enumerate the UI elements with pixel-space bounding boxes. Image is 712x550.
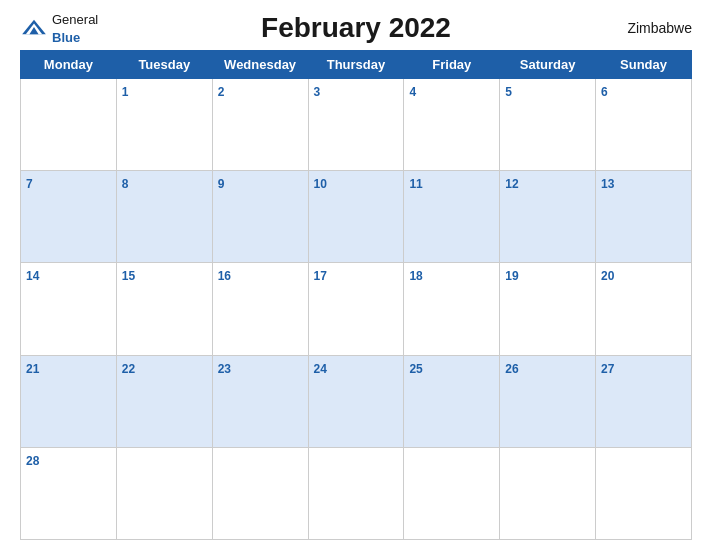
calendar-table: Monday Tuesday Wednesday Thursday Friday…	[20, 50, 692, 540]
day-cell-9: 9	[212, 171, 308, 263]
calendar-week-row: 28	[21, 447, 692, 539]
day-cell-25: 25	[404, 355, 500, 447]
day-number-21: 21	[26, 362, 39, 376]
day-cell-13: 13	[596, 171, 692, 263]
logo-blue-text: Blue	[52, 30, 80, 45]
day-number-19: 19	[505, 269, 518, 283]
day-cell-19: 19	[500, 263, 596, 355]
day-cell-10: 10	[308, 171, 404, 263]
day-number-18: 18	[409, 269, 422, 283]
day-number-23: 23	[218, 362, 231, 376]
calendar-week-row: 123456	[21, 79, 692, 171]
day-number-25: 25	[409, 362, 422, 376]
empty-day-cell	[404, 447, 500, 539]
day-cell-24: 24	[308, 355, 404, 447]
calendar-week-row: 78910111213	[21, 171, 692, 263]
day-number-12: 12	[505, 177, 518, 191]
day-cell-20: 20	[596, 263, 692, 355]
day-number-20: 20	[601, 269, 614, 283]
day-cell-8: 8	[116, 171, 212, 263]
col-saturday: Saturday	[500, 51, 596, 79]
day-number-2: 2	[218, 85, 225, 99]
page-header: General Blue February 2022 Zimbabwe	[20, 10, 692, 46]
day-cell-5: 5	[500, 79, 596, 171]
day-number-7: 7	[26, 177, 33, 191]
day-cell-21: 21	[21, 355, 117, 447]
day-cell-15: 15	[116, 263, 212, 355]
day-cell-18: 18	[404, 263, 500, 355]
country-label: Zimbabwe	[592, 20, 692, 36]
day-cell-3: 3	[308, 79, 404, 171]
calendar-week-row: 14151617181920	[21, 263, 692, 355]
col-wednesday: Wednesday	[212, 51, 308, 79]
day-number-16: 16	[218, 269, 231, 283]
day-number-8: 8	[122, 177, 129, 191]
day-number-9: 9	[218, 177, 225, 191]
day-cell-22: 22	[116, 355, 212, 447]
empty-day-cell	[500, 447, 596, 539]
day-cell-1: 1	[116, 79, 212, 171]
day-cell-16: 16	[212, 263, 308, 355]
day-cell-17: 17	[308, 263, 404, 355]
day-cell-26: 26	[500, 355, 596, 447]
empty-day-cell	[212, 447, 308, 539]
day-number-28: 28	[26, 454, 39, 468]
day-cell-11: 11	[404, 171, 500, 263]
day-number-13: 13	[601, 177, 614, 191]
day-number-5: 5	[505, 85, 512, 99]
col-monday: Monday	[21, 51, 117, 79]
day-cell-2: 2	[212, 79, 308, 171]
day-number-10: 10	[314, 177, 327, 191]
day-number-17: 17	[314, 269, 327, 283]
col-thursday: Thursday	[308, 51, 404, 79]
calendar-title: February 2022	[261, 12, 451, 44]
empty-day-cell	[596, 447, 692, 539]
day-number-24: 24	[314, 362, 327, 376]
day-number-26: 26	[505, 362, 518, 376]
calendar-header-row: Monday Tuesday Wednesday Thursday Friday…	[21, 51, 692, 79]
day-number-6: 6	[601, 85, 608, 99]
day-number-14: 14	[26, 269, 39, 283]
general-blue-logo-icon	[20, 18, 48, 38]
logo-area: General Blue	[20, 10, 120, 46]
day-number-1: 1	[122, 85, 129, 99]
day-number-22: 22	[122, 362, 135, 376]
day-cell-23: 23	[212, 355, 308, 447]
calendar-week-row: 21222324252627	[21, 355, 692, 447]
empty-day-cell	[308, 447, 404, 539]
day-number-27: 27	[601, 362, 614, 376]
day-number-11: 11	[409, 177, 422, 191]
day-cell-7: 7	[21, 171, 117, 263]
day-number-4: 4	[409, 85, 416, 99]
col-friday: Friday	[404, 51, 500, 79]
day-cell-14: 14	[21, 263, 117, 355]
col-sunday: Sunday	[596, 51, 692, 79]
logo-general-text: General	[52, 12, 98, 27]
col-tuesday: Tuesday	[116, 51, 212, 79]
day-cell-28: 28	[21, 447, 117, 539]
day-number-15: 15	[122, 269, 135, 283]
day-cell-6: 6	[596, 79, 692, 171]
empty-day-cell	[116, 447, 212, 539]
day-cell-27: 27	[596, 355, 692, 447]
empty-day-cell	[21, 79, 117, 171]
day-cell-4: 4	[404, 79, 500, 171]
day-number-3: 3	[314, 85, 321, 99]
day-cell-12: 12	[500, 171, 596, 263]
